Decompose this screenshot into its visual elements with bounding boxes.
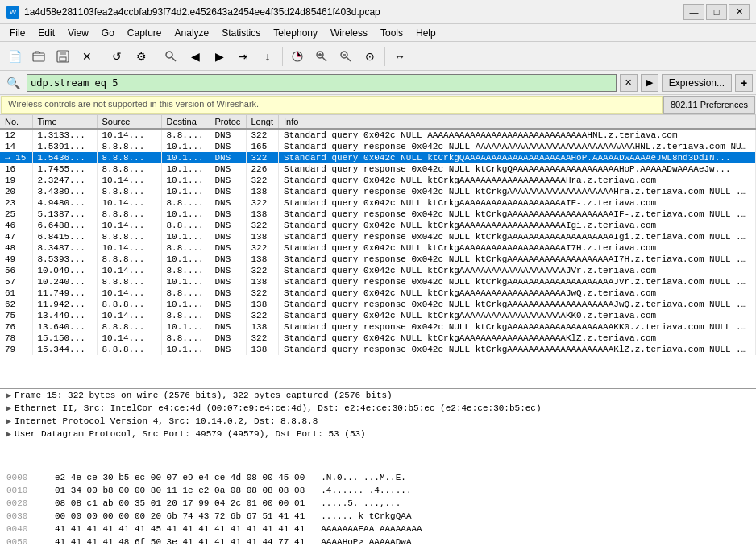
window-title: 1a4d58e281103fea2a4ccbfab93f74d2.e452643… [24, 6, 683, 18]
filter-input[interactable] [27, 74, 617, 92]
capture-options-btn[interactable]: ⚙ [130, 45, 152, 68]
cell-len: 138 [246, 344, 279, 355]
reload-toolbar-btn[interactable]: ↺ [106, 45, 128, 68]
zoom-normal-btn[interactable]: ⊙ [359, 45, 381, 68]
cell-info: Standard query 0x042c NULL ktCrkgAAAAAAA… [279, 287, 756, 299]
menu-item-analyze[interactable]: Analyze [168, 26, 216, 40]
detail-item[interactable]: ▶Frame 15: 322 bytes on wire (2576 bits)… [0, 389, 756, 402]
cell-src: 10.14... [97, 287, 161, 299]
menu-item-go[interactable]: Go [95, 26, 121, 40]
table-row[interactable]: 121.3133...10.14...8.8....DNS322Standard… [0, 129, 756, 141]
toolbar: 📄 ✕ ↺ ⚙ ◀ ▶ ⇥ ↓ ⊙ ↔ [0, 42, 756, 71]
detail-item[interactable]: ▶Ethernet II, Src: IntelCor_e4:ce:4d (00… [0, 402, 756, 415]
hex-container[interactable]: 0000e2 4e ce 30 b5 ec 00 07 e9 e4 ce 4d … [0, 469, 756, 550]
table-row[interactable]: → 151.5436...8.8.8...10.1...DNS322Standa… [0, 152, 756, 163]
table-row[interactable]: 498.5393...8.8.8...10.1...DNS138Standard… [0, 254, 756, 265]
menu-item-statistics[interactable]: Statistics [215, 26, 267, 40]
hex-bytes: 41 41 41 41 48 6f 50 3e 41 41 41 41 41 4… [55, 536, 305, 548]
cell-len: 322 [246, 175, 279, 186]
cell-len: 138 [246, 254, 279, 265]
detail-item[interactable]: ▶User Datagram Protocol, Src Port: 49579… [0, 428, 756, 440]
table-row[interactable]: 5610.049...10.14...8.8....DNS322Standard… [0, 265, 756, 276]
filter-apply-btn[interactable]: ▶ [641, 74, 658, 92]
cell-time: 5.1387... [32, 209, 97, 220]
table-row[interactable]: 7513.449...10.14...8.8....DNS322Standard… [0, 310, 756, 321]
new-capture-toolbar-btn[interactable]: 📄 [3, 45, 26, 68]
minimize-btn[interactable]: — [683, 4, 704, 20]
cell-len: 138 [246, 321, 279, 333]
table-row[interactable]: 5710.240...8.8.8...10.1...DNS138Standard… [0, 276, 756, 287]
cell-no: 12 [0, 129, 32, 141]
cell-dst: 8.8.... [161, 287, 210, 299]
filter-plus-btn[interactable]: + [735, 74, 753, 92]
save-toolbar-btn[interactable] [52, 45, 74, 68]
cell-no: 62 [0, 299, 32, 310]
col-header-no[interactable]: No. [0, 115, 32, 129]
close-capture-btn[interactable]: ✕ [76, 45, 98, 68]
cell-proto: DNS [210, 231, 246, 242]
table-row[interactable]: 255.1387...8.8.8...10.1...DNS138Standard… [0, 209, 756, 220]
packet-table: No. Time Source Destina Protoc Lengt Inf… [0, 115, 756, 355]
col-header-info[interactable]: Info [279, 115, 756, 129]
cell-len: 138 [246, 231, 279, 242]
table-row[interactable]: 476.8415...8.8.8...10.1...DNS138Standard… [0, 231, 756, 242]
cell-dst: 10.1... [161, 186, 210, 197]
menu-item-tools[interactable]: Tools [374, 26, 409, 40]
open-toolbar-btn[interactable] [27, 45, 50, 68]
packet-list-container[interactable]: No. Time Source Destina Protoc Lengt Inf… [0, 115, 756, 389]
cell-src: 10.14... [97, 265, 161, 276]
filter-clear-btn[interactable]: ✕ [620, 74, 638, 92]
table-row[interactable]: 466.6488...10.14...8.8....DNS322Standard… [0, 220, 756, 231]
col-header-dst[interactable]: Destina [161, 115, 210, 129]
table-row[interactable]: 7815.150...10.14...8.8....DNS322Standard… [0, 333, 756, 344]
packet-table-header: No. Time Source Destina Protoc Lengt Inf… [0, 115, 756, 129]
table-row[interactable]: 6211.942...8.8.8...10.1...DNS138Standard… [0, 299, 756, 310]
table-row[interactable]: 488.3487...10.14...8.8....DNS322Standard… [0, 242, 756, 254]
cell-time: 1.5391... [32, 141, 97, 152]
table-row[interactable]: 234.9480...10.14...8.8....DNS322Standard… [0, 197, 756, 209]
maximize-btn[interactable]: □ [706, 4, 727, 20]
cell-proto: DNS [210, 287, 246, 299]
menu-item-edit[interactable]: Edit [31, 26, 61, 40]
svg-line-8 [322, 57, 326, 61]
table-row[interactable]: 6111.749...10.14...8.8....DNS322Standard… [0, 287, 756, 299]
cell-src: 8.8.8... [97, 231, 161, 242]
find-pkt-btn[interactable] [160, 45, 182, 68]
menu-item-telephony[interactable]: Telephony [267, 26, 324, 40]
menu-item-file[interactable]: File [3, 26, 31, 40]
arrow-indicator: → [5, 153, 15, 163]
hex-bytes: 01 34 00 b8 00 00 80 11 1e e2 0a 08 08 0… [55, 484, 305, 497]
zoom-in-btn[interactable] [310, 45, 333, 68]
expand-icon: ▶ [6, 429, 11, 439]
cell-no: 16 [0, 163, 32, 175]
table-row[interactable]: 7613.640...8.8.8...10.1...DNS138Standard… [0, 321, 756, 333]
cell-no: 78 [0, 333, 32, 344]
scroll-end-btn[interactable]: ↓ [256, 45, 279, 68]
col-header-proto[interactable]: Protoc [210, 115, 246, 129]
next-pkt-btn[interactable]: ▶ [208, 45, 231, 68]
go-to-btn[interactable]: ⇥ [232, 45, 255, 68]
table-row[interactable]: 7915.344...8.8.8...10.1...DNS138Standard… [0, 344, 756, 355]
col-header-time[interactable]: Time [32, 115, 97, 129]
detail-item[interactable]: ▶Internet Protocol Version 4, Src: 10.14… [0, 415, 756, 428]
col-header-len[interactable]: Lengt [246, 115, 279, 129]
expression-btn[interactable]: Expression... [662, 74, 732, 92]
table-row[interactable]: 192.3247...10.14...10.1...DNS322Standard… [0, 175, 756, 186]
table-row[interactable]: 141.5391...8.8.8...10.1...DNS165Standard… [0, 141, 756, 152]
zoom-out-btn[interactable] [334, 45, 357, 68]
cell-len: 322 [246, 129, 279, 141]
expand-subtree-btn[interactable]: ↔ [388, 45, 411, 68]
table-row[interactable]: 161.7455...8.8.8...10.1...DNS226Standard… [0, 163, 756, 175]
menu-item-view[interactable]: View [61, 26, 95, 40]
colorize-btn[interactable] [286, 45, 309, 68]
col-header-src[interactable]: Source [97, 115, 161, 129]
menu-item-wireless[interactable]: Wireless [324, 26, 374, 40]
menu-item-help[interactable]: Help [409, 26, 442, 40]
table-row[interactable]: 203.4389...8.8.8...10.1...DNS138Standard… [0, 186, 756, 197]
menu-item-capture[interactable]: Capture [121, 26, 168, 40]
close-btn[interactable]: ✕ [729, 4, 750, 20]
prev-pkt-btn[interactable]: ◀ [184, 45, 206, 68]
prefs-btn[interactable]: 802.11 Preferences [663, 96, 755, 114]
cell-info: Standard query 0x042c NULL ktCrkgAAAAAAA… [279, 242, 756, 254]
packet-details-container[interactable]: ▶Frame 15: 322 bytes on wire (2576 bits)… [0, 389, 756, 469]
